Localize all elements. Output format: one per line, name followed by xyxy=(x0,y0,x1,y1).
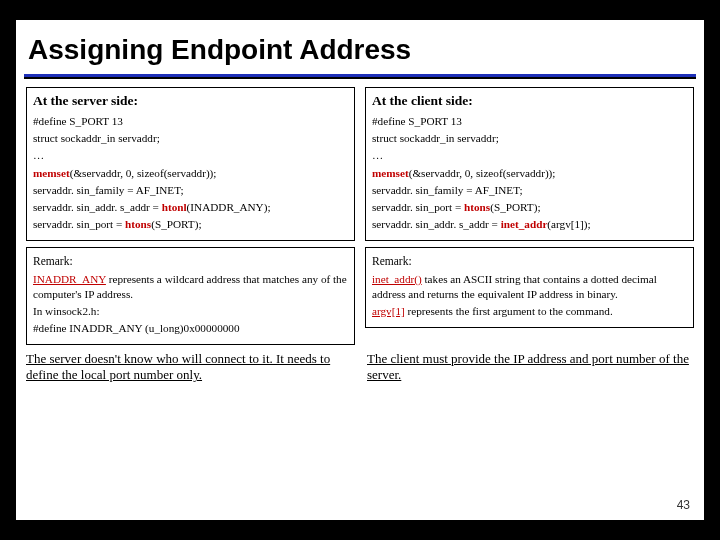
server-remark-1: INADDR_ANY represents a wildcard address… xyxy=(33,272,348,302)
inet-addr-keyword: inet_addr xyxy=(501,218,548,230)
server-line-4: memset(&servaddr, 0, sizeof(servaddr)); xyxy=(33,166,348,181)
server-line-6: servaddr. sin_addr. s_addr = htonl(INADD… xyxy=(33,200,348,215)
client-line-2: struct sockaddr_in servaddr; xyxy=(372,131,687,146)
client-code-box: At the client side: #define S_PORT 13 st… xyxy=(365,87,694,241)
client-line-1: #define S_PORT 13 xyxy=(372,114,687,129)
server-line-6a: servaddr. sin_addr. s_addr = xyxy=(33,201,162,213)
client-line-4b: (&servaddr, 0, sizeof(servaddr)); xyxy=(409,167,556,179)
slide-title: Assigning Endpoint Address xyxy=(16,20,704,70)
server-remark-3: #define INADDR_ANY (u_long)0x00000000 xyxy=(33,321,348,336)
server-remark-box: Remark: INADDR_ANY represents a wildcard… xyxy=(26,247,355,345)
server-footer-note: The server doesn't know who will connect… xyxy=(26,351,353,384)
server-column: At the server side: #define S_PORT 13 st… xyxy=(26,87,355,345)
slide: Assigning Endpoint Address At the server… xyxy=(16,20,704,520)
client-line-7: servaddr. sin_addr. s_addr = inet_addr(a… xyxy=(372,217,687,232)
server-line-4b: (&servaddr, 0, sizeof(servaddr)); xyxy=(70,167,217,179)
server-code-box: At the server side: #define S_PORT 13 st… xyxy=(26,87,355,241)
client-line-6a: servaddr. sin_port = xyxy=(372,201,464,213)
columns: At the server side: #define S_PORT 13 st… xyxy=(16,79,704,345)
client-line-6: servaddr. sin_port = htons(S_PORT); xyxy=(372,200,687,215)
server-line-7c: (S_PORT); xyxy=(151,218,201,230)
server-remark-heading: Remark: xyxy=(33,254,348,270)
client-remark-1: inet_addr() takes an ASCII string that c… xyxy=(372,272,687,302)
server-remark-2: In winsock2.h: xyxy=(33,304,348,319)
client-remark-box: Remark: inet_addr() takes an ASCII strin… xyxy=(365,247,694,328)
server-line-7a: servaddr. sin_port = xyxy=(33,218,125,230)
server-line-5: servaddr. sin_family = AF_INET; xyxy=(33,183,348,198)
client-line-6c: (S_PORT); xyxy=(490,201,540,213)
footer-row: The server doesn't know who will connect… xyxy=(16,345,704,384)
server-heading: At the server side: xyxy=(33,92,348,110)
client-line-5: servaddr. sin_family = AF_INET; xyxy=(372,183,687,198)
client-line-3: … xyxy=(372,148,687,163)
memset-keyword: memset xyxy=(33,167,70,179)
htons-keyword-client: htons xyxy=(464,201,490,213)
server-line-2: struct sockaddr_in servaddr; xyxy=(33,131,348,146)
server-line-7: servaddr. sin_port = htons(S_PORT); xyxy=(33,217,348,232)
server-line-3: … xyxy=(33,148,348,163)
memset-keyword-client: memset xyxy=(372,167,409,179)
inaddr-any-keyword: INADDR_ANY xyxy=(33,273,106,285)
htonl-keyword: htonl xyxy=(162,201,187,213)
client-line-4: memset(&servaddr, 0, sizeof(servaddr)); xyxy=(372,166,687,181)
client-line-7c: (argv[1]); xyxy=(547,218,590,230)
client-heading: At the client side: xyxy=(372,92,687,110)
client-remark-2b: represents the first argument to the com… xyxy=(405,305,613,317)
inet-addr-remark-keyword: inet_addr() xyxy=(372,273,422,285)
client-column: At the client side: #define S_PORT 13 st… xyxy=(365,87,694,345)
client-footer-note: The client must provide the IP address a… xyxy=(367,351,694,384)
client-remark-2: argv[1] represents the first argument to… xyxy=(372,304,687,319)
client-line-7a: servaddr. sin_addr. s_addr = xyxy=(372,218,501,230)
page-number: 43 xyxy=(677,498,690,512)
server-line-1: #define S_PORT 13 xyxy=(33,114,348,129)
argv1-keyword: argv[1] xyxy=(372,305,405,317)
server-line-6c: (INADDR_ANY); xyxy=(187,201,271,213)
client-remark-heading: Remark: xyxy=(372,254,687,270)
htons-keyword: htons xyxy=(125,218,151,230)
